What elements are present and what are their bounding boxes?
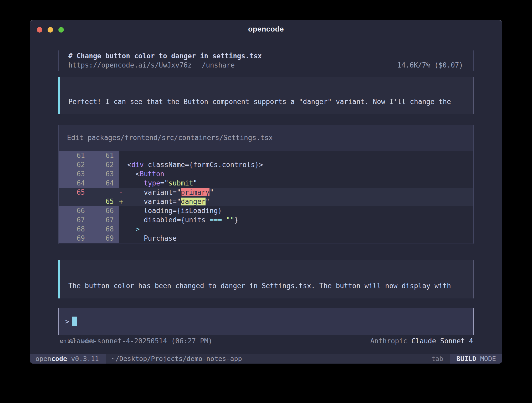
diff-row: 6161	[59, 151, 473, 160]
diff-line-number-old: 61	[59, 151, 85, 160]
model-provider: Anthropic	[370, 337, 412, 345]
mode-badge[interactable]: BUILD MODE	[450, 354, 502, 364]
edit-file-path: Edit packages/frontend/src/containers/Se…	[59, 125, 473, 142]
opencode-window: opencode # Change button color to danger…	[30, 20, 502, 364]
diff-row: 6363 <Button	[59, 169, 473, 179]
unshare-command[interactable]: /unshare	[202, 61, 235, 70]
window-title: opencode	[30, 25, 502, 33]
diff-code-line: <div className={formCs.controls}>	[119, 160, 473, 169]
diff-row: 6262 <div className={formCs.controls}>	[59, 160, 473, 169]
diff-row: 6666 loading={isLoading}	[59, 206, 473, 215]
screen: opencode # Change button color to danger…	[0, 0, 532, 403]
diff-line-number-old: 66	[59, 206, 85, 215]
app-version-badge: opencode v0.3.11	[30, 354, 106, 364]
diff-line-number-new: 66	[85, 206, 119, 215]
diff-row: 6969 Purchase	[59, 234, 473, 243]
diff-code-line: <Button	[119, 169, 473, 179]
hint-action-label: send	[77, 338, 94, 344]
diff-line-number-old: 63	[59, 169, 85, 179]
mode-label: MODE	[476, 355, 496, 363]
diff-code-line: Purchase	[119, 234, 473, 243]
diff-line-number-old: 64	[59, 179, 85, 188]
model-name: Claude Sonnet 4	[411, 337, 473, 345]
message-line: The button color has been changed to dan…	[68, 281, 464, 291]
working-directory: ~/Desktop/Projects/demo-notes-app	[111, 354, 242, 364]
mode-name: BUILD	[456, 355, 476, 363]
assistant-message: The button color has been changed to dan…	[58, 260, 474, 298]
app-version: v0.3.11	[67, 355, 99, 363]
diff-line-number-new: 68	[85, 225, 119, 234]
diff-line-number-old: 68	[59, 225, 85, 234]
diff-row: 6868 >	[59, 225, 473, 234]
diff-line-number-new: 65	[85, 197, 119, 206]
diff-code-line: loading={isLoading}	[119, 206, 473, 215]
status-bar: opencode v0.3.11 ~/Desktop/Projects/demo…	[30, 354, 502, 364]
diff-code-line: >	[119, 225, 473, 234]
enter-send-hint: enter send	[60, 338, 94, 344]
diff-line-number-old: 69	[59, 234, 85, 243]
tab-key-hint: tab	[431, 354, 443, 364]
diff-row: 6767 disabled={units === ""}	[59, 215, 473, 225]
diff-code-line: + variant="danger"	[119, 197, 473, 206]
diff-line-number-new: 64	[85, 179, 119, 188]
token-usage-cost: 14.6K/7% ($0.07)	[397, 61, 463, 70]
assistant-message: Perfect! I can see that the Button compo…	[58, 77, 474, 114]
diff-line-number-new: 67	[85, 215, 119, 225]
diff-view: 61616262 <div className={formCs.controls…	[59, 151, 473, 243]
app-name-code: code	[51, 355, 67, 363]
diff-row: 65- variant="primary"	[59, 188, 473, 197]
diff-line-number-new: 69	[85, 234, 119, 243]
edit-tool-card: Edit packages/frontend/src/containers/Se…	[58, 125, 474, 244]
diff-line-number-old	[59, 197, 85, 206]
diff-code-line: type="submit"	[119, 179, 473, 188]
hint-row: enter send Anthropic Claude Sonnet 4	[58, 336, 474, 345]
diff-line-number-new	[85, 188, 119, 197]
diff-row: 65+ variant="danger"	[59, 197, 473, 206]
diff-code-line: - variant="primary"	[119, 188, 473, 197]
session-title: # Change button color to danger in setti…	[68, 51, 463, 61]
message-line: Perfect! I can see that the Button compo…	[68, 97, 464, 106]
diff-line-number-new: 63	[85, 169, 119, 179]
prompt-input[interactable]: >	[58, 308, 474, 335]
diff-code-line: disabled={units === ""}	[119, 215, 473, 225]
diff-line-number-old: 67	[59, 215, 85, 225]
share-url-link[interactable]: https://opencode.ai/s/UwJxv76z	[68, 61, 192, 70]
model-indicator: Anthropic Claude Sonnet 4	[370, 337, 473, 345]
diff-line-number-new: 62	[85, 160, 119, 169]
diff-line-number-new: 61	[85, 151, 119, 160]
text-cursor	[72, 317, 77, 326]
diff-line-number-old: 62	[59, 160, 85, 169]
diff-code-line	[119, 151, 473, 160]
diff-line-number-old: 65	[59, 188, 85, 197]
session-header: # Change button color to danger in setti…	[58, 50, 474, 71]
app-name-open: open	[35, 355, 51, 363]
diff-row: 6464 type="submit"	[59, 179, 473, 188]
titlebar: opencode	[30, 20, 502, 52]
header-spacer	[235, 61, 397, 70]
prompt-chevron-icon: >	[65, 318, 69, 326]
hint-key-label: enter	[60, 338, 77, 344]
